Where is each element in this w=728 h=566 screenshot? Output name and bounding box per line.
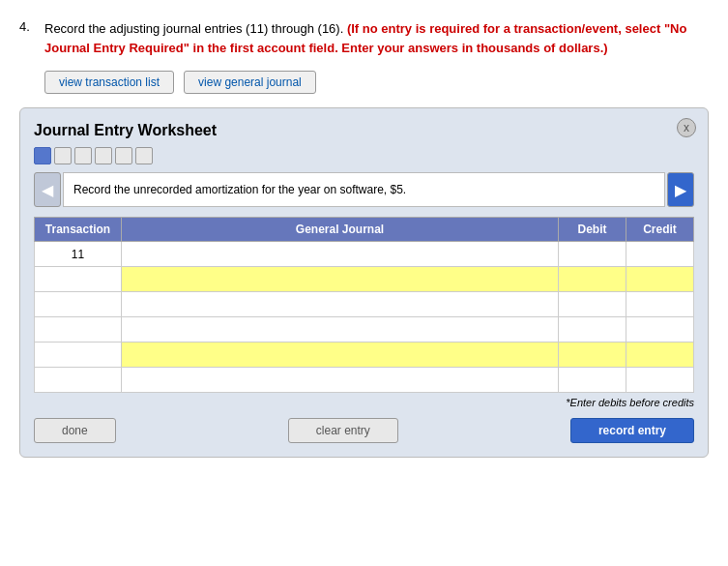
view-transaction-list-button[interactable]: view transaction list <box>44 71 174 94</box>
next-arrow[interactable]: ▶ <box>667 172 694 207</box>
credit-cell[interactable] <box>626 343 694 368</box>
question-text: Record the adjusting journal entries (11… <box>44 19 709 57</box>
transaction-number <box>35 368 122 393</box>
question-number: 4. <box>19 19 37 57</box>
table-row <box>35 317 694 343</box>
worksheet-title: Journal Entry Worksheet <box>34 122 694 139</box>
transaction-number: 11 <box>35 242 122 267</box>
step-indicators <box>34 147 694 164</box>
debit-input[interactable] <box>565 323 620 337</box>
table-row <box>35 292 694 317</box>
debit-input[interactable] <box>565 348 620 362</box>
journal-input[interactable] <box>128 373 552 387</box>
journal-table: Transaction General Journal Debit Credit… <box>34 217 694 393</box>
record-entry-button[interactable]: record entry <box>570 418 694 443</box>
step-4[interactable] <box>95 147 112 164</box>
journal-input[interactable] <box>128 248 552 261</box>
col-header-general-journal: General Journal <box>122 218 559 242</box>
transaction-number <box>35 343 122 368</box>
debit-cell[interactable] <box>559 343 626 368</box>
transaction-number <box>35 267 122 292</box>
step-5[interactable] <box>115 147 132 164</box>
step-3[interactable] <box>74 147 92 164</box>
debit-cell[interactable] <box>559 368 626 393</box>
transaction-number <box>35 292 122 317</box>
debit-input[interactable] <box>565 373 620 387</box>
col-header-transaction: Transaction <box>35 218 122 242</box>
credit-input[interactable] <box>632 273 687 286</box>
journal-input[interactable] <box>128 273 552 286</box>
credit-input[interactable] <box>632 298 687 312</box>
credit-cell[interactable] <box>626 317 694 343</box>
close-button[interactable]: x <box>677 118 696 137</box>
debit-credit-note: *Enter debits before credits <box>34 397 694 408</box>
top-button-row: view transaction list view general journ… <box>44 71 709 94</box>
debit-input[interactable] <box>565 273 620 286</box>
step-1[interactable] <box>34 147 51 164</box>
done-button[interactable]: done <box>34 418 116 443</box>
instruction-row: ◀ Record the unrecorded amortization for… <box>34 172 694 207</box>
bottom-button-row: done clear entry record entry <box>34 418 694 443</box>
col-header-credit: Credit <box>626 218 694 242</box>
prev-arrow[interactable]: ◀ <box>34 172 61 207</box>
journal-input[interactable] <box>128 323 552 337</box>
instruction-text: Record the unrecorded amortization for t… <box>63 172 665 207</box>
credit-input[interactable] <box>632 323 687 337</box>
credit-cell[interactable] <box>626 242 694 267</box>
clear-entry-button[interactable]: clear entry <box>288 418 398 443</box>
credit-cell[interactable] <box>626 267 694 292</box>
journal-entry-worksheet: x Journal Entry Worksheet ◀ Record the u… <box>19 107 709 458</box>
question-header: 4. Record the adjusting journal entries … <box>19 19 709 57</box>
transaction-number <box>35 317 122 343</box>
credit-cell[interactable] <box>626 368 694 393</box>
general-journal-cell[interactable] <box>122 368 559 393</box>
debit-cell[interactable] <box>559 242 626 267</box>
table-row <box>35 343 694 368</box>
general-journal-cell[interactable] <box>122 242 559 267</box>
debit-cell[interactable] <box>559 292 626 317</box>
question-text-plain: Record the adjusting journal entries (11… <box>44 21 347 36</box>
credit-input[interactable] <box>632 348 687 362</box>
credit-cell[interactable] <box>626 292 694 317</box>
col-header-debit: Debit <box>559 218 626 242</box>
general-journal-cell[interactable] <box>122 292 559 317</box>
table-row <box>35 267 694 292</box>
general-journal-cell[interactable] <box>122 317 559 343</box>
journal-input[interactable] <box>128 298 552 312</box>
general-journal-cell[interactable] <box>122 343 559 368</box>
table-row <box>35 368 694 393</box>
table-row: 11 <box>35 242 694 267</box>
credit-input[interactable] <box>632 248 687 261</box>
journal-input[interactable] <box>128 348 552 362</box>
step-6[interactable] <box>135 147 153 164</box>
credit-input[interactable] <box>632 373 687 387</box>
step-2[interactable] <box>54 147 72 164</box>
debit-input[interactable] <box>565 298 620 312</box>
general-journal-cell[interactable] <box>122 267 559 292</box>
debit-cell[interactable] <box>559 317 626 343</box>
view-general-journal-button[interactable]: view general journal <box>184 71 316 94</box>
debit-cell[interactable] <box>559 267 626 292</box>
debit-input[interactable] <box>565 248 620 261</box>
